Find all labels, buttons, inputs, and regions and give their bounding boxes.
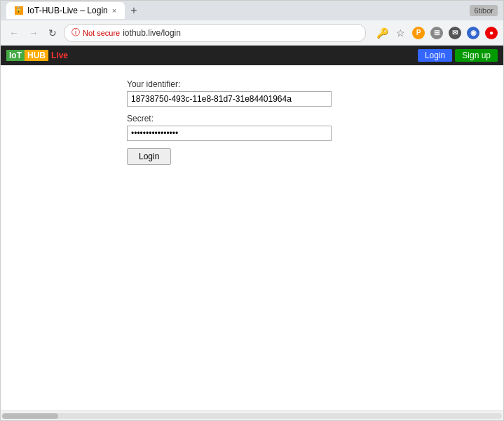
forward-button[interactable]: → [26, 26, 41, 40]
identifier-input[interactable] [127, 91, 332, 107]
address-bar: ← → ↻ ⓘ Not secure iothub.live/login 🔑 ☆… [1, 20, 503, 46]
login-button[interactable]: Login [127, 148, 171, 165]
extension-icon-3[interactable]: ✉ [449, 27, 461, 39]
toolbar-icons: 🔑 ☆ P ⊞ ✉ ◉ ● [376, 27, 498, 39]
app-nav-buttons: Login Sign up [418, 49, 498, 62]
back-button[interactable]: ← [6, 26, 22, 40]
logo-live: Live [48, 50, 71, 61]
browser-frame: 🔒 IoT-HUB-Live – Login × + 6tibor ← → ↻ … [0, 0, 504, 421]
title-bar: 🔒 IoT-HUB-Live – Login × + 6tibor [1, 1, 503, 20]
tab-close-button[interactable]: × [112, 6, 116, 15]
browser-tab[interactable]: 🔒 IoT-HUB-Live – Login × [6, 2, 125, 19]
tab-favicon: 🔒 [15, 6, 23, 15]
app-navbar: IoTHUBLive Login Sign up [1, 46, 503, 65]
key-icon[interactable]: 🔑 [376, 27, 388, 39]
extension-icon-4[interactable]: ◉ [467, 27, 479, 39]
url-bar[interactable]: ⓘ Not secure iothub.live/login [64, 24, 366, 42]
url-text: iothub.live/login [123, 28, 181, 38]
extension-icon-2[interactable]: ⊞ [430, 27, 443, 39]
scrollbar-thumb[interactable] [2, 413, 58, 419]
refresh-button[interactable]: ↻ [46, 26, 60, 40]
secret-label: Secret: [127, 114, 503, 123]
nav-signup-button[interactable]: Sign up [455, 49, 498, 62]
info-icon: ⓘ [71, 27, 80, 39]
extension-icon-1[interactable]: P [412, 27, 425, 39]
logo-hub: HUB [25, 50, 48, 61]
logo-iot: IoT [6, 50, 25, 61]
bottom-scrollbar[interactable] [1, 410, 503, 420]
security-info: ⓘ Not secure [71, 27, 120, 39]
secret-input[interactable] [127, 126, 332, 141]
star-icon[interactable]: ☆ [394, 27, 407, 39]
app-logo: IoTHUBLive [6, 50, 71, 61]
login-form: Your identifier: Secret: Login [1, 65, 503, 165]
scrollbar-track [2, 413, 502, 419]
nav-login-button[interactable]: Login [418, 49, 452, 62]
identifier-label: Your identifier: [127, 79, 503, 89]
extension-icon-5[interactable]: ● [485, 27, 498, 39]
tab-label: IoT-HUB-Live – Login [27, 6, 108, 15]
window-controls: 6tibor [470, 5, 498, 16]
new-tab-button[interactable]: + [128, 4, 139, 17]
page-content: Your identifier: Secret: Login [1, 65, 503, 410]
security-label: Not secure [83, 29, 120, 37]
